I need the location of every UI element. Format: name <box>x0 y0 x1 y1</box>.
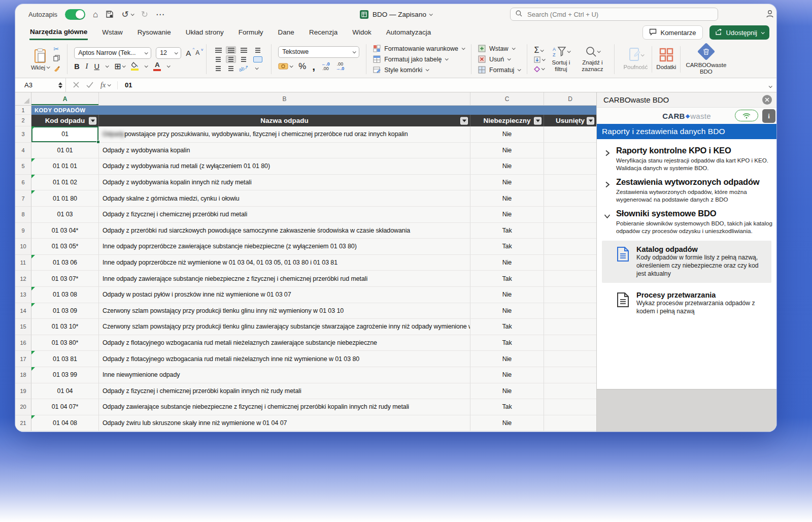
cell-name[interactable]: Czerwony szlam powstający przy produkcji… <box>99 319 470 335</box>
filter-icon[interactable] <box>460 117 468 124</box>
cell-hazardous[interactable]: Nie <box>470 255 544 271</box>
decrease-font-icon[interactable]: Av <box>195 49 199 56</box>
tab-widok[interactable]: Widok <box>352 26 372 39</box>
column-header-a[interactable]: A <box>31 92 99 105</box>
clear-icon[interactable]: ◇ <box>534 64 545 73</box>
format-painter-icon[interactable] <box>53 65 60 73</box>
row-number[interactable]: 2 <box>15 115 31 126</box>
cell-code[interactable]: 01 03 80* <box>31 335 99 351</box>
tab-dane[interactable]: Dane <box>278 26 295 39</box>
connection-status[interactable] <box>735 110 758 121</box>
row-number[interactable]: 9 <box>15 223 31 239</box>
cell-code[interactable]: 01 01 <box>31 143 99 159</box>
undo-icon[interactable]: ↺ <box>121 10 133 19</box>
cell-name[interactable]: Inne odpady poprzeróbcze zawierające sub… <box>99 239 470 255</box>
row-number[interactable]: 7 <box>15 190 31 207</box>
redo-icon[interactable]: ↻ <box>141 10 148 19</box>
more-icon[interactable]: ⋯ <box>156 10 164 19</box>
cell-code[interactable]: 01 01 02 <box>31 175 99 191</box>
fill-handle[interactable] <box>96 140 100 144</box>
cell-removed[interactable] <box>544 271 596 287</box>
row-number[interactable]: 18 <box>15 367 31 383</box>
cell-hazardous[interactable]: Nie <box>470 158 544 175</box>
alignment-more-icon[interactable] <box>251 64 261 72</box>
chevron-down-icon[interactable] <box>604 212 611 235</box>
cut-icon[interactable]: ✂ <box>53 45 60 53</box>
row-number[interactable]: 21 <box>15 415 31 432</box>
share-button[interactable]: Udostępnij <box>709 25 769 40</box>
align-right-icon[interactable] <box>239 55 249 63</box>
filter-icon[interactable] <box>89 117 96 124</box>
cell-removed[interactable] <box>544 399 596 415</box>
tab-rysowanie[interactable]: Rysowanie <box>137 26 172 39</box>
cell-code[interactable]: 01 03 05* <box>31 239 99 255</box>
cell-removed[interactable] <box>544 255 596 271</box>
cell-removed[interactable] <box>544 287 596 303</box>
cell-name[interactable]: Odpady z fizycznej i chemicznej przeróbk… <box>99 383 470 400</box>
row-number[interactable]: 13 <box>15 287 31 303</box>
filter-icon[interactable] <box>587 117 594 124</box>
format-as-table-button[interactable]: Formatuj jako tabelę <box>373 55 464 63</box>
row-number[interactable]: 16 <box>15 335 31 351</box>
find-select-button[interactable]: Znajdź i zaznacz <box>577 46 607 73</box>
cell-code[interactable]: 01 03 10* <box>31 319 99 335</box>
row-number[interactable]: 19 <box>15 383 31 400</box>
cell-removed[interactable] <box>544 415 596 432</box>
cell-hazardous[interactable]: Nie <box>470 351 544 367</box>
cell-code[interactable]: 01 03 81 <box>31 351 99 367</box>
cell-code[interactable]: 01 01 80 <box>31 190 99 207</box>
cell-hazardous[interactable]: Nie <box>470 207 544 223</box>
cell-code[interactable]: 01 01 01 <box>31 158 99 175</box>
borders-button[interactable]: ⊞ <box>114 61 125 71</box>
cell-code[interactable]: 01 03 <box>31 207 99 223</box>
cell-hazardous[interactable]: Tak <box>470 335 544 351</box>
cell-removed[interactable] <box>544 383 596 400</box>
cell-removed[interactable] <box>544 239 596 255</box>
cell-removed[interactable] <box>544 158 596 175</box>
cell-hazardous[interactable]: Nie <box>470 367 544 383</box>
account-icon[interactable] <box>765 9 774 20</box>
cell-name[interactable]: Odpady z wydobywania kopalin innych niż … <box>99 175 470 191</box>
cell-name[interactable]: Odpady zawierające substancje niebezpiec… <box>99 399 470 415</box>
row-number[interactable]: 15 <box>15 319 31 335</box>
cell-hazardous[interactable]: Nie <box>470 175 544 191</box>
comments-button[interactable]: Komentarze <box>642 25 702 40</box>
cell-name[interactable]: Odpady żwiru lub skruszone skały inne ni… <box>99 415 470 432</box>
header-niebezpieczny[interactable]: Niebezpieczny <box>470 115 544 126</box>
cell-hazardous[interactable]: Tak <box>470 399 544 415</box>
document-title[interactable]: BDO — Zapisano <box>373 11 432 18</box>
align-middle-icon[interactable] <box>226 46 236 54</box>
align-left-icon[interactable] <box>213 55 223 63</box>
delete-cells-button[interactable]: Usuń <box>478 55 520 63</box>
cell-hazardous[interactable]: Nie <box>470 303 544 319</box>
cell-hazardous[interactable]: Nie <box>470 383 544 400</box>
cell-hazardous[interactable]: Tak <box>470 239 544 255</box>
cell-removed[interactable] <box>544 319 596 335</box>
header-nazwa-odpadu[interactable]: Nazwa odpadu <box>99 115 470 126</box>
cell-hazardous[interactable]: Tak <box>470 223 544 239</box>
percent-icon[interactable]: % <box>298 61 306 72</box>
addins-button[interactable]: Dodatki <box>654 47 678 71</box>
cell-code[interactable]: 01 03 08 <box>31 287 99 303</box>
tab-recenzja[interactable]: Recenzja <box>309 26 338 39</box>
tab-automatyzacja[interactable]: Automatyzacja <box>386 26 432 39</box>
filter-icon[interactable] <box>534 117 542 124</box>
align-center-icon[interactable] <box>226 55 236 63</box>
sensitivity-button[interactable]: Poufność <box>621 47 650 71</box>
cell-code[interactable]: 01 04 <box>31 383 99 400</box>
cell-name[interactable]: Odpady z flotacyjnego wzbogacania rud me… <box>99 351 470 367</box>
select-all-corner[interactable] <box>15 92 31 105</box>
cell-hazardous[interactable]: Tak <box>470 271 544 287</box>
cell-hazardous[interactable]: Tak <box>470 319 544 335</box>
search-box[interactable] <box>510 8 718 21</box>
number-format-select[interactable]: Tekstowe <box>278 46 359 58</box>
decrease-decimal-icon[interactable]: .00→.0 <box>336 62 345 71</box>
cell-code[interactable]: 01 <box>31 126 99 143</box>
row-number[interactable]: 3 <box>15 126 31 143</box>
cell-name[interactable]: Inne niewymienione odpady <box>99 367 470 383</box>
cancel-icon[interactable] <box>73 81 79 89</box>
formula-bar-expand-icon[interactable] <box>769 81 776 90</box>
cell-name[interactable]: Odpady z wydobywania rud metali (z wyłąc… <box>99 158 470 175</box>
cell-name[interactable]: Odpady w postaci pyłów i proszków inne n… <box>99 287 470 303</box>
row-number[interactable]: 8 <box>15 207 31 223</box>
